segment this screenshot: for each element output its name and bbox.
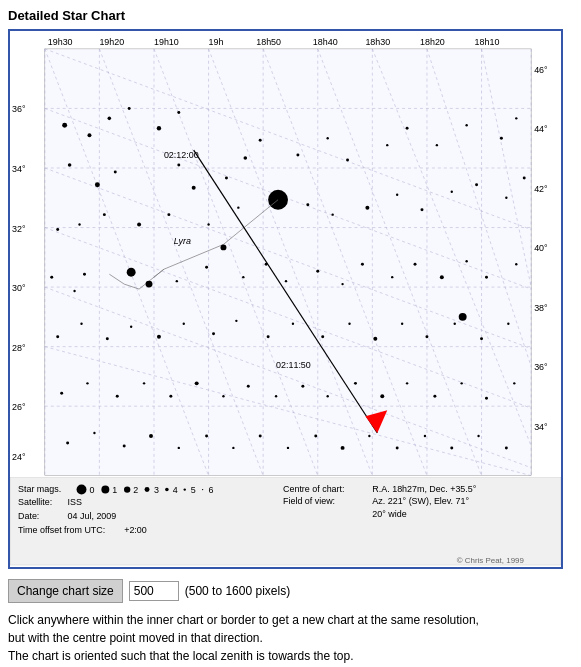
svg-point-116 bbox=[83, 273, 86, 276]
svg-point-168 bbox=[93, 432, 95, 434]
svg-text:Star mags.: Star mags. bbox=[18, 484, 61, 494]
size-hint: (500 to 1600 pixels) bbox=[185, 584, 290, 598]
svg-point-164 bbox=[460, 382, 462, 384]
svg-point-139 bbox=[267, 335, 270, 338]
svg-point-118 bbox=[205, 266, 208, 269]
svg-point-167 bbox=[66, 441, 69, 444]
svg-point-99 bbox=[78, 223, 80, 225]
svg-point-173 bbox=[232, 447, 234, 449]
svg-point-95 bbox=[465, 124, 467, 126]
svg-point-119 bbox=[242, 276, 244, 278]
svg-point-87 bbox=[244, 156, 248, 160]
svg-point-76 bbox=[87, 133, 91, 137]
svg-text:5: 5 bbox=[191, 485, 196, 495]
svg-point-134 bbox=[130, 326, 132, 328]
svg-point-123 bbox=[341, 283, 343, 285]
svg-text:40°: 40° bbox=[534, 243, 548, 253]
svg-text:6: 6 bbox=[209, 485, 214, 495]
svg-point-169 bbox=[123, 444, 126, 447]
svg-point-137 bbox=[212, 332, 215, 335]
svg-point-165 bbox=[485, 397, 488, 400]
svg-text:+2:00: +2:00 bbox=[124, 525, 147, 535]
svg-text:04 Jul, 2009: 04 Jul, 2009 bbox=[68, 511, 117, 521]
svg-point-131 bbox=[56, 335, 59, 338]
svg-text:Field of view:: Field of view: bbox=[283, 496, 335, 506]
svg-point-147 bbox=[480, 337, 483, 340]
svg-point-145 bbox=[425, 335, 428, 338]
svg-text:36°: 36° bbox=[12, 104, 26, 114]
svg-point-114 bbox=[50, 276, 53, 279]
svg-point-90 bbox=[326, 137, 328, 139]
svg-text:02:12:00: 02:12:00 bbox=[164, 150, 199, 160]
svg-text:19h: 19h bbox=[209, 37, 224, 47]
svg-point-160 bbox=[354, 382, 357, 385]
desc-line2: but with the centre point moved in that … bbox=[8, 631, 263, 645]
svg-text:0: 0 bbox=[89, 485, 94, 495]
svg-text:28°: 28° bbox=[12, 343, 26, 353]
svg-point-83 bbox=[114, 170, 117, 173]
svg-point-142 bbox=[348, 323, 350, 325]
svg-point-84 bbox=[177, 164, 180, 167]
chart-size-row: Change chart size (500 to 1600 pixels) bbox=[8, 579, 573, 603]
svg-point-162 bbox=[406, 382, 408, 384]
svg-point-125 bbox=[391, 276, 393, 278]
svg-point-96 bbox=[500, 137, 503, 140]
svg-point-74 bbox=[459, 313, 467, 321]
svg-text:1: 1 bbox=[112, 485, 117, 495]
svg-point-128 bbox=[465, 260, 467, 262]
svg-point-141 bbox=[321, 335, 324, 338]
svg-text:18h30: 18h30 bbox=[365, 37, 390, 47]
svg-point-93 bbox=[406, 127, 409, 130]
svg-point-88 bbox=[259, 139, 262, 142]
svg-point-154 bbox=[195, 381, 199, 385]
svg-point-100 bbox=[103, 213, 106, 216]
svg-text:34°: 34° bbox=[12, 164, 26, 174]
svg-point-77 bbox=[108, 117, 112, 121]
svg-point-161 bbox=[380, 394, 384, 398]
svg-point-111 bbox=[475, 183, 478, 186]
svg-point-180 bbox=[424, 435, 426, 437]
desc-line3: The chart is oriented such that the loca… bbox=[8, 649, 354, 663]
svg-point-140 bbox=[292, 323, 294, 325]
svg-point-148 bbox=[507, 323, 509, 325]
svg-point-200 bbox=[184, 488, 186, 490]
star-chart-svg: 19h30 19h20 19h10 19h 18h50 18h40 18h30 … bbox=[10, 31, 561, 567]
svg-point-175 bbox=[287, 447, 289, 449]
svg-text:Lyra: Lyra bbox=[174, 236, 191, 246]
svg-point-172 bbox=[205, 434, 208, 437]
svg-point-136 bbox=[183, 323, 185, 325]
svg-point-80 bbox=[177, 111, 180, 114]
svg-text:18h40: 18h40 bbox=[313, 37, 338, 47]
svg-point-152 bbox=[143, 382, 145, 384]
desc-line1: Click anywhere within the inner chart or… bbox=[8, 613, 479, 627]
chart-size-input[interactable] bbox=[129, 581, 179, 601]
svg-point-85 bbox=[192, 186, 196, 190]
svg-point-129 bbox=[485, 276, 488, 279]
svg-point-171 bbox=[178, 447, 180, 449]
svg-text:24°: 24° bbox=[12, 452, 26, 462]
svg-point-81 bbox=[68, 163, 72, 167]
svg-point-117 bbox=[176, 280, 178, 282]
page-title: Detailed Star Chart bbox=[8, 8, 573, 23]
svg-text:© Chris Peat, 1999: © Chris Peat, 1999 bbox=[457, 556, 525, 565]
svg-text:R.A. 18h27m, Dec. +35.5°: R.A. 18h27m, Dec. +35.5° bbox=[372, 484, 476, 494]
change-chart-size-button[interactable]: Change chart size bbox=[8, 579, 123, 603]
svg-point-159 bbox=[326, 395, 328, 397]
svg-point-151 bbox=[116, 395, 119, 398]
svg-point-126 bbox=[414, 263, 417, 266]
svg-point-115 bbox=[73, 290, 75, 292]
svg-point-143 bbox=[373, 337, 377, 341]
svg-point-144 bbox=[401, 323, 403, 325]
svg-point-178 bbox=[368, 435, 370, 437]
svg-point-71 bbox=[127, 268, 136, 277]
svg-text:30°: 30° bbox=[12, 283, 26, 293]
star-chart-container[interactable]: 19h30 19h20 19h10 19h 18h50 18h40 18h30 … bbox=[8, 29, 563, 569]
svg-point-163 bbox=[433, 395, 436, 398]
svg-point-194 bbox=[124, 486, 130, 492]
svg-point-198 bbox=[165, 488, 169, 492]
svg-point-97 bbox=[515, 117, 517, 119]
svg-point-179 bbox=[396, 446, 399, 449]
svg-text:2: 2 bbox=[133, 485, 138, 495]
svg-point-109 bbox=[420, 208, 423, 211]
svg-point-103 bbox=[207, 223, 209, 225]
